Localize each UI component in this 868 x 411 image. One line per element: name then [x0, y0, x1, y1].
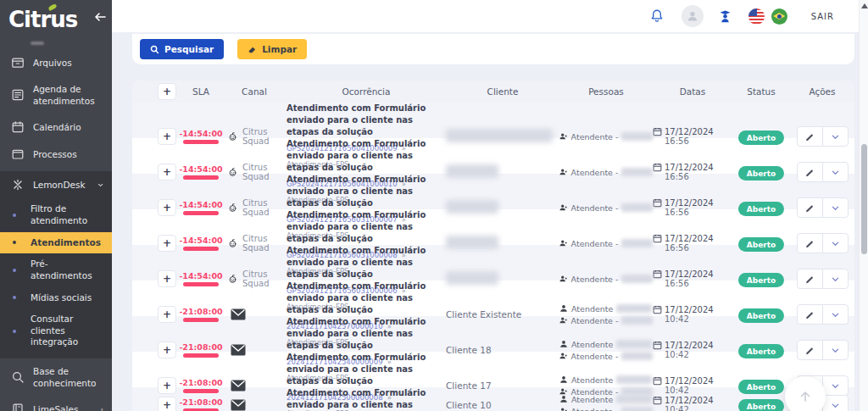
edit-button[interactable]: [797, 304, 823, 325]
table-row[interactable]: + -14:54:00 Citrus Squad Atendimento com…: [132, 103, 854, 138]
sla-value: -14:54:00: [179, 129, 222, 138]
channel-email: [231, 380, 246, 392]
status-badge: Aberto: [738, 273, 784, 287]
scrollbar-up-arrow-icon[interactable]: [861, 3, 868, 8]
more-actions-button[interactable]: [822, 162, 849, 182]
sidebar-subitem-label: Filtro de atendimento: [31, 203, 102, 226]
sidebar-item-limesales[interactable]: LimeSales ›: [0, 396, 112, 411]
actions-cell: [790, 162, 854, 182]
person-label: Atendente -: [571, 352, 619, 361]
scrollbar-thumb[interactable]: [861, 144, 867, 254]
sidebar-item-lemondesk[interactable]: LemonDesk: [0, 171, 112, 198]
sidebar-subitem-atendimentos[interactable]: Atendimentos: [0, 232, 112, 254]
row-expand-button[interactable]: +: [158, 306, 176, 323]
edit-button[interactable]: [797, 126, 823, 147]
sla-cell: -21:08:00: [180, 397, 222, 411]
more-actions-button[interactable]: [822, 395, 849, 411]
collapse-sidebar-icon[interactable]: [94, 12, 107, 22]
more-actions-button[interactable]: [822, 375, 849, 396]
occurrence-title[interactable]: Atendimento com Formulário enviado para …: [287, 138, 439, 174]
topbar: SAIR: [112, 0, 868, 32]
row-expand-button[interactable]: +: [158, 397, 176, 411]
edit-button[interactable]: [797, 233, 823, 253]
envelope-icon: [231, 380, 246, 392]
more-actions-button[interactable]: [822, 269, 849, 289]
occurrence-title[interactable]: Atendimento com Formulário enviado para …: [287, 387, 439, 411]
occurrence-title[interactable]: Atendimento com Formulário enviado para …: [287, 280, 439, 316]
people-cell: Atendente Atendente -: [559, 304, 653, 325]
logout-button[interactable]: SAIR: [811, 12, 834, 21]
notifications-bell-icon[interactable]: [649, 8, 665, 24]
sla-progress-bar: [183, 175, 219, 180]
tutor-icon[interactable]: [717, 8, 733, 25]
occurrence-title[interactable]: Atendimento com Formulário enviado para …: [287, 174, 439, 209]
row-expand-button[interactable]: +: [158, 377, 176, 394]
row-expand-button[interactable]: +: [158, 164, 176, 181]
book-icon: [11, 403, 25, 411]
sidebar-item-label: Base de conhecimento: [33, 365, 103, 389]
more-actions-button[interactable]: [822, 233, 849, 253]
occurrence-title[interactable]: Atendimento com Formulário enviado para …: [287, 209, 439, 245]
channel-label: Citrus Squad: [242, 127, 287, 146]
time-value: 10:42: [665, 314, 732, 324]
clear-button[interactable]: Limpar: [237, 39, 307, 59]
sidebar-subitem-filtro[interactable]: Filtro de atendimento: [0, 198, 112, 231]
date-value: 17/12/2024: [665, 198, 714, 208]
sidebar-subitem-pre-atendimentos[interactable]: Pré-atendimentos: [0, 253, 112, 286]
row-expand-button[interactable]: +: [158, 128, 176, 145]
more-actions-button[interactable]: [822, 304, 849, 325]
status-badge: Aberto: [738, 380, 784, 394]
sla-cell: -14:54:00: [180, 129, 222, 144]
table-body: + -14:54:00 Citrus Squad Atendimento com…: [132, 103, 854, 411]
us-flag-icon[interactable]: [748, 8, 765, 25]
person-name-blurred: [621, 239, 653, 247]
sidebar-item-label: Processos: [33, 148, 103, 160]
chevron-down-icon: [831, 310, 840, 319]
scroll-to-top-button[interactable]: [785, 376, 826, 411]
sidebar-item-calendario[interactable]: Calendário: [0, 114, 112, 141]
edit-button[interactable]: [797, 340, 823, 360]
time-value: 16:56: [665, 172, 732, 181]
calendar-small-icon: [653, 305, 662, 314]
more-actions-button[interactable]: [822, 126, 849, 147]
occurrence-title[interactable]: Atendimento com Formulário enviado para …: [287, 316, 439, 352]
sidebar-item-agenda[interactable]: Agenda de atendimentos: [0, 76, 112, 114]
occurrence-title[interactable]: Atendimento com Formulário enviado para …: [287, 245, 439, 280]
row-expand-button[interactable]: +: [158, 235, 176, 252]
arrow-up-icon: [798, 390, 812, 403]
occurrence-title[interactable]: Atendimento com Formulário enviado para …: [287, 352, 439, 387]
envelope-icon: [231, 344, 246, 356]
row-expand-button[interactable]: +: [158, 270, 176, 287]
search-button[interactable]: Pesquisar: [140, 39, 224, 59]
chevron-down-icon: [831, 168, 840, 177]
page-scrollbar[interactable]: [859, 0, 868, 411]
people-cell: Atendente Atendente -: [559, 375, 653, 397]
person-icon: [559, 340, 568, 348]
person-plus-icon: [559, 132, 568, 141]
sidebar-subitem-consultar-clientes[interactable]: Consultar clientes integração: [0, 308, 112, 353]
channel-label: Citrus Squad: [242, 198, 287, 217]
more-actions-button[interactable]: [822, 197, 849, 218]
person-label: Atendente -: [571, 316, 619, 325]
person-name-blurred: [616, 395, 652, 403]
occurrence-title[interactable]: Atendimento com Formulário enviado para …: [287, 103, 439, 138]
edit-button[interactable]: [797, 269, 823, 289]
br-flag-icon[interactable]: [771, 8, 787, 25]
expand-all-button[interactable]: +: [158, 83, 176, 100]
user-avatar[interactable]: [682, 5, 704, 27]
sidebar-item-arquivos[interactable]: Arquivos: [0, 49, 112, 76]
more-actions-button[interactable]: [822, 340, 849, 360]
sidebar-item-base-conhecimento[interactable]: Base de conhecimento: [0, 358, 112, 396]
channel-citrus-squad: Citrus Squad: [227, 269, 287, 288]
client-name: Cliente 18: [446, 345, 492, 355]
sidebar-subitem-midias-sociais[interactable]: Mídias sociais: [0, 287, 112, 309]
row-expand-button[interactable]: +: [158, 199, 176, 216]
sidebar-item-processos[interactable]: Processos: [0, 141, 112, 168]
edit-button[interactable]: [797, 197, 823, 218]
pencil-icon: [805, 239, 815, 248]
envelope-icon: [231, 399, 246, 411]
row-expand-button[interactable]: +: [158, 342, 176, 358]
person-plus-icon: [559, 407, 568, 411]
dates-cell: 17/12/2024 10:42: [653, 341, 732, 359]
edit-button[interactable]: [797, 162, 823, 182]
